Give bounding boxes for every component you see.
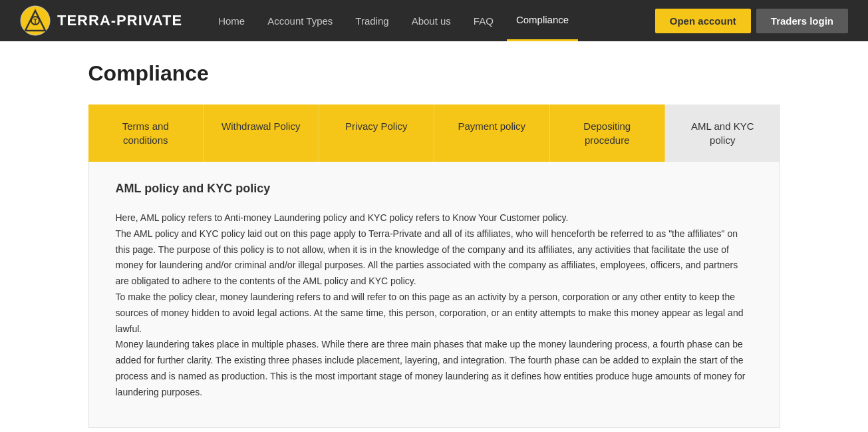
logo-icon: T (20, 5, 51, 36)
compliance-tabs: Terms and conditions Withdrawal Policy P… (88, 105, 780, 162)
tab-aml-kyc[interactable]: AML and KYC policy (665, 105, 780, 162)
nav-actions: Open account Traders login (655, 9, 848, 33)
svg-text:T: T (33, 18, 37, 25)
tab-terms[interactable]: Terms and conditions (88, 105, 204, 162)
content-subtitle: AML policy and KYC policy (116, 182, 753, 196)
tab-privacy[interactable]: Privacy Policy (319, 105, 435, 162)
logo-text: TERRA-PRIVATE (57, 12, 182, 29)
main-nav: Home Account Types Trading About us FAQ … (209, 0, 655, 41)
nav-compliance[interactable]: Compliance (507, 0, 578, 41)
nav-home[interactable]: Home (209, 0, 254, 41)
page-content: Compliance Terms and conditions Withdraw… (35, 41, 833, 432)
tab-payment[interactable]: Payment policy (434, 105, 550, 162)
content-paragraph-4: Money laundering takes place in multiple… (116, 337, 753, 400)
content-paragraph-1: Here, AML policy refers to Anti-money La… (116, 210, 753, 226)
nav-about-us[interactable]: About us (402, 0, 460, 41)
header: T TERRA-PRIVATE Home Account Types Tradi… (0, 0, 868, 41)
traders-login-button[interactable]: Traders login (756, 9, 848, 33)
nav-trading[interactable]: Trading (346, 0, 398, 41)
nav-account-types[interactable]: Account Types (258, 0, 342, 41)
content-area: AML policy and KYC policy Here, AML poli… (88, 162, 780, 428)
tab-depositing[interactable]: Depositing procedure (550, 105, 666, 162)
content-paragraph-3: To make the policy clear, money launderi… (116, 290, 753, 337)
content-text: Here, AML policy refers to Anti-money La… (116, 210, 753, 401)
nav-faq[interactable]: FAQ (464, 0, 503, 41)
open-account-button[interactable]: Open account (655, 9, 751, 33)
content-paragraph-2: The AML policy and KYC policy laid out o… (116, 226, 753, 290)
tab-withdrawal[interactable]: Withdrawal Policy (204, 105, 319, 162)
logo[interactable]: T TERRA-PRIVATE (20, 5, 182, 36)
page-title: Compliance (88, 61, 780, 86)
